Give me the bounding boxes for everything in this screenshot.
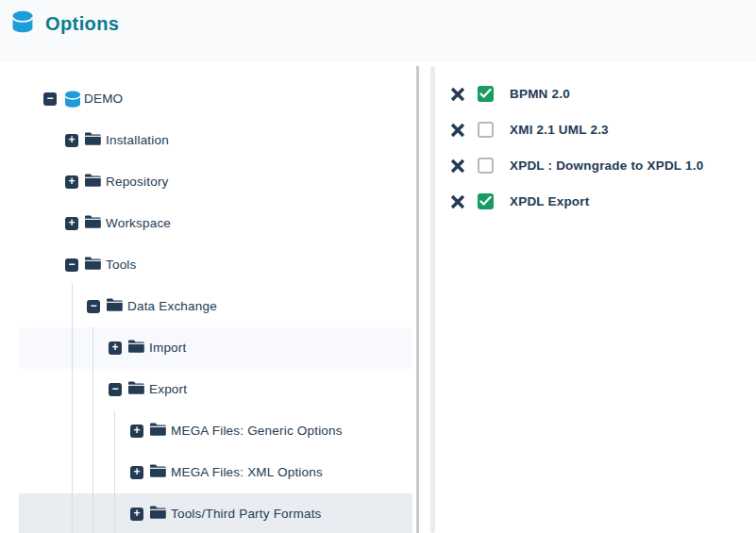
folder-icon [85,132,101,149]
option-label[interactable]: BPMN 2.0 [510,81,570,108]
option-label[interactable]: XPDL Export [510,189,589,215]
collapse-icon[interactable]: − [109,383,122,396]
options-tree: −DEMO+Installation+Repository+Workspace−… [0,0,416,533]
tree-node-label[interactable]: Data Exchange [127,286,217,327]
tree-row[interactable]: −DEMO [19,78,412,120]
option-label[interactable]: XMI 2.1 UML 2.3 [510,117,609,143]
remove-x-icon[interactable] [450,87,465,102]
tree-node-label[interactable]: Tools/Third Party Formats [171,493,322,533]
tree-row[interactable]: +Repository [19,161,412,203]
tree-node-label[interactable]: MEGA Files: Generic Options [171,410,343,452]
option-row: XPDL Export [444,189,755,215]
tree-row[interactable]: −Export [19,369,412,410]
option-row: BPMN 2.0 [444,81,755,108]
expand-icon[interactable]: + [109,341,122,355]
database-icon [63,90,82,112]
folder-icon [128,340,144,357]
option-label[interactable]: XPDL : Downgrade to XPDL 1.0 [510,153,703,179]
checkbox-unchecked[interactable] [478,122,494,138]
folder-icon [150,423,166,440]
tree-node-label[interactable]: Export [149,369,187,410]
expand-icon[interactable]: + [65,217,78,230]
tree-node-label[interactable]: Import [149,327,186,369]
tree-row[interactable]: +Workspace [19,203,412,244]
folder-icon [150,506,166,523]
tree-guide-line [114,411,115,533]
tree-node-label[interactable]: MEGA Files: XML Options [171,452,323,493]
checkbox-checked[interactable] [478,193,494,209]
expand-icon[interactable]: + [130,425,143,438]
option-row: XPDL : Downgrade to XPDL 1.0 [444,153,755,179]
tree-node-label[interactable]: DEMO [84,78,123,120]
options-window: Options −DEMO+Installation+Repository+Wo… [0,0,756,533]
checkbox-checked[interactable] [478,86,494,102]
expand-icon[interactable]: + [65,175,78,189]
tree-guide-line [92,327,93,533]
tree-guide-line [72,283,73,533]
remove-x-icon[interactable] [450,158,465,174]
checkbox-unchecked[interactable] [478,158,494,174]
panel-divider [416,66,419,533]
folder-icon [85,215,101,232]
folder-icon [107,298,123,315]
tree-row[interactable]: +Installation [19,120,412,161]
folder-icon [128,381,144,398]
scrollbar-track[interactable] [430,66,435,533]
collapse-icon[interactable]: − [43,92,57,106]
tree-row[interactable]: +MEGA Files: XML Options [19,452,412,493]
option-row: XMI 2.1 UML 2.3 [444,117,755,143]
tree-row[interactable]: −Data Exchange [19,286,412,327]
tree-node-label[interactable]: Workspace [106,203,171,244]
expand-icon[interactable]: + [130,508,143,521]
remove-x-icon[interactable] [450,194,465,209]
folder-icon [150,464,166,481]
tree-node-label[interactable]: Tools [106,244,137,286]
collapse-icon[interactable]: − [65,258,78,272]
folder-icon [85,174,101,191]
expand-icon[interactable]: + [65,134,78,147]
options-list: BPMN 2.0XMI 2.1 UML 2.3XPDL : Downgrade … [444,0,756,533]
collapse-icon[interactable]: − [87,300,100,313]
expand-icon[interactable]: + [130,466,143,479]
tree-node-label[interactable]: Installation [106,120,169,161]
tree-node-label[interactable]: Repository [106,161,169,203]
tree-row[interactable]: +Import [19,327,412,369]
tree-row[interactable]: +Tools/Third Party Formats [19,493,412,533]
tree-row[interactable]: +MEGA Files: Generic Options [19,410,412,452]
remove-x-icon[interactable] [450,123,465,138]
tree-row[interactable]: −Tools [19,244,412,286]
folder-icon [85,257,101,274]
